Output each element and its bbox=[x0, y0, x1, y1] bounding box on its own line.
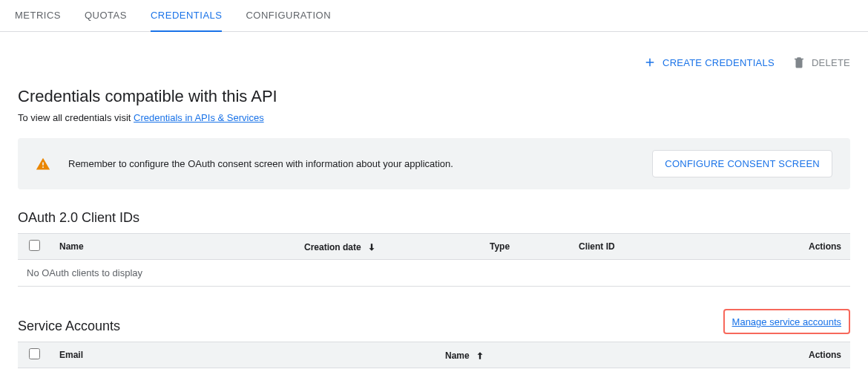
trash-icon bbox=[792, 56, 806, 69]
configure-consent-button[interactable]: CONFIGURE CONSENT SCREEN bbox=[652, 150, 832, 177]
oauth-table: Name Creation date Type Client ID Action… bbox=[18, 233, 850, 287]
tab-metrics[interactable]: METRICS bbox=[15, 0, 61, 31]
action-bar: CREATE CREDENTIALS DELETE bbox=[18, 50, 850, 87]
service-select-all-checkbox[interactable] bbox=[29, 348, 40, 359]
service-col-name[interactable]: Name bbox=[436, 342, 791, 368]
oauth-empty-text: No OAuth clients to display bbox=[18, 260, 850, 287]
tab-quotas[interactable]: QUOTAS bbox=[85, 0, 127, 31]
page-title: Credentials compatible with this API bbox=[18, 87, 850, 106]
tab-configuration[interactable]: CONFIGURATION bbox=[246, 0, 331, 31]
plus-icon bbox=[643, 56, 657, 69]
service-header-row: Email Name Actions bbox=[18, 342, 850, 368]
oauth-col-creation-date-label: Creation date bbox=[304, 242, 361, 252]
consent-info-text: Remember to configure the OAuth consent … bbox=[68, 158, 652, 169]
tabs-bar: METRICS QUOTAS CREDENTIALS CONFIGURATION bbox=[0, 0, 868, 32]
oauth-header-row: Name Creation date Type Client ID Action… bbox=[18, 234, 850, 260]
arrow-down-icon bbox=[366, 241, 377, 252]
subtext-prefix: To view all credentials visit bbox=[18, 112, 134, 123]
oauth-col-name[interactable]: Name bbox=[50, 234, 295, 260]
service-table: Email Name Actions No service accounts t… bbox=[18, 342, 850, 372]
credentials-apis-link[interactable]: Credentials in APIs & Services bbox=[134, 112, 264, 123]
warning-icon bbox=[36, 157, 50, 172]
oauth-section-title: OAuth 2.0 Client IDs bbox=[18, 210, 850, 226]
oauth-col-actions: Actions bbox=[791, 234, 850, 260]
service-col-email[interactable]: Email bbox=[50, 342, 436, 368]
oauth-col-type[interactable]: Type bbox=[481, 234, 570, 260]
oauth-col-creation-date[interactable]: Creation date bbox=[295, 234, 481, 260]
service-section-title: Service Accounts bbox=[18, 319, 120, 334]
arrow-up-icon bbox=[475, 349, 485, 361]
oauth-select-all-checkbox[interactable] bbox=[29, 240, 40, 251]
delete-label: DELETE bbox=[812, 57, 850, 68]
manage-service-accounts-highlight: Manage service accounts bbox=[723, 309, 850, 334]
create-credentials-button[interactable]: CREATE CREDENTIALS bbox=[643, 56, 775, 69]
service-empty-text: No service accounts to display bbox=[18, 368, 850, 373]
create-credentials-label: CREATE CREDENTIALS bbox=[662, 57, 775, 68]
service-empty-row: No service accounts to display bbox=[18, 368, 850, 373]
delete-button[interactable]: DELETE bbox=[792, 56, 850, 69]
service-col-actions: Actions bbox=[791, 342, 850, 368]
manage-service-accounts-link[interactable]: Manage service accounts bbox=[732, 316, 841, 327]
oauth-col-client-id[interactable]: Client ID bbox=[570, 234, 791, 260]
service-col-name-label: Name bbox=[445, 350, 470, 361]
oauth-checkbox-header bbox=[18, 234, 50, 260]
oauth-empty-row: No OAuth clients to display bbox=[18, 260, 850, 287]
service-checkbox-header bbox=[18, 342, 50, 368]
tab-credentials[interactable]: CREDENTIALS bbox=[151, 0, 223, 32]
page-subtext: To view all credentials visit Credential… bbox=[18, 112, 850, 123]
consent-info-bar: Remember to configure the OAuth consent … bbox=[18, 138, 850, 189]
